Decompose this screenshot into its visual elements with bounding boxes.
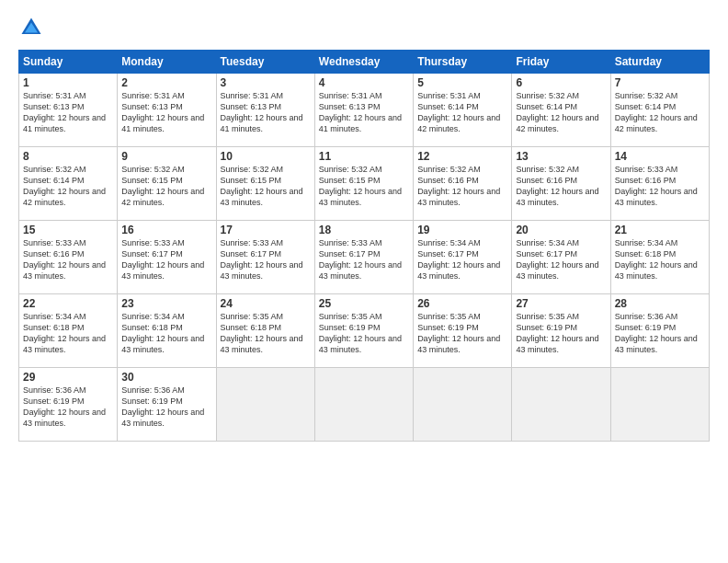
calendar-cell (216, 368, 314, 442)
calendar-cell: 3Sunrise: 5:31 AMSunset: 6:13 PMDaylight… (216, 74, 314, 147)
day-number: 12 (417, 150, 507, 163)
calendar-cell: 2Sunrise: 5:31 AMSunset: 6:13 PMDaylight… (118, 74, 216, 147)
cell-info: Sunrise: 5:36 AMSunset: 6:19 PMDaylight:… (23, 385, 106, 428)
calendar-cell: 16Sunrise: 5:33 AMSunset: 6:17 PMDayligh… (118, 221, 216, 294)
calendar-cell: 1Sunrise: 5:31 AMSunset: 6:13 PMDaylight… (19, 74, 118, 147)
day-header-saturday: Saturday (610, 51, 709, 74)
cell-info: Sunrise: 5:31 AMSunset: 6:13 PMDaylight:… (221, 91, 303, 133)
day-number: 10 (221, 150, 311, 163)
calendar-cell: 11Sunrise: 5:32 AMSunset: 6:15 PMDayligh… (314, 147, 413, 221)
day-number: 4 (319, 76, 409, 89)
cell-info: Sunrise: 5:32 AMSunset: 6:14 PMDaylight:… (615, 91, 698, 133)
day-header-friday: Friday (512, 51, 610, 74)
calendar-cell: 12Sunrise: 5:32 AMSunset: 6:16 PMDayligh… (414, 147, 512, 221)
calendar-cell (610, 368, 709, 442)
page: SundayMondayTuesdayWednesdayThursdayFrid… (0, 0, 728, 563)
day-number: 13 (516, 150, 606, 163)
cell-info: Sunrise: 5:32 AMSunset: 6:16 PMDaylight:… (417, 165, 500, 207)
calendar-cell: 17Sunrise: 5:33 AMSunset: 6:17 PMDayligh… (216, 221, 314, 294)
cell-info: Sunrise: 5:33 AMSunset: 6:16 PMDaylight:… (615, 165, 698, 207)
cell-info: Sunrise: 5:35 AMSunset: 6:19 PMDaylight:… (319, 312, 402, 354)
calendar-cell: 23Sunrise: 5:34 AMSunset: 6:18 PMDayligh… (118, 294, 216, 368)
cell-info: Sunrise: 5:35 AMSunset: 6:18 PMDaylight:… (221, 312, 303, 354)
cell-info: Sunrise: 5:31 AMSunset: 6:13 PMDaylight:… (23, 91, 106, 133)
calendar-cell (314, 368, 413, 442)
calendar-cell: 7Sunrise: 5:32 AMSunset: 6:14 PMDaylight… (610, 74, 709, 147)
day-number: 27 (516, 297, 606, 310)
calendar-cell: 24Sunrise: 5:35 AMSunset: 6:18 PMDayligh… (216, 294, 314, 368)
cell-info: Sunrise: 5:32 AMSunset: 6:15 PMDaylight:… (221, 165, 303, 207)
cell-info: Sunrise: 5:34 AMSunset: 6:18 PMDaylight:… (23, 312, 106, 354)
calendar-cell: 6Sunrise: 5:32 AMSunset: 6:14 PMDaylight… (512, 74, 610, 147)
day-number: 3 (221, 76, 311, 89)
day-number: 16 (121, 224, 211, 236)
cell-info: Sunrise: 5:33 AMSunset: 6:16 PMDaylight:… (23, 238, 106, 281)
cell-info: Sunrise: 5:33 AMSunset: 6:17 PMDaylight:… (319, 238, 402, 281)
cell-info: Sunrise: 5:31 AMSunset: 6:13 PMDaylight:… (121, 91, 204, 133)
calendar-cell: 20Sunrise: 5:34 AMSunset: 6:17 PMDayligh… (512, 221, 610, 294)
day-header-sunday: Sunday (19, 51, 118, 74)
cell-info: Sunrise: 5:32 AMSunset: 6:16 PMDaylight:… (516, 165, 598, 207)
day-number: 17 (221, 224, 311, 236)
calendar-cell: 25Sunrise: 5:35 AMSunset: 6:19 PMDayligh… (314, 294, 413, 368)
calendar-cell: 19Sunrise: 5:34 AMSunset: 6:17 PMDayligh… (414, 221, 512, 294)
day-number: 28 (615, 297, 705, 310)
day-number: 30 (121, 371, 211, 384)
calendar-cell: 21Sunrise: 5:34 AMSunset: 6:18 PMDayligh… (610, 221, 709, 294)
day-number: 14 (615, 150, 705, 163)
day-number: 21 (615, 224, 705, 236)
cell-info: Sunrise: 5:33 AMSunset: 6:17 PMDaylight:… (221, 238, 303, 281)
calendar-cell: 18Sunrise: 5:33 AMSunset: 6:17 PMDayligh… (314, 221, 413, 294)
calendar-cell: 10Sunrise: 5:32 AMSunset: 6:15 PMDayligh… (216, 147, 314, 221)
calendar-cell: 5Sunrise: 5:31 AMSunset: 6:14 PMDaylight… (414, 74, 512, 147)
cell-info: Sunrise: 5:35 AMSunset: 6:19 PMDaylight:… (417, 312, 500, 354)
day-header-wednesday: Wednesday (314, 51, 413, 74)
calendar-cell: 28Sunrise: 5:36 AMSunset: 6:19 PMDayligh… (610, 294, 709, 368)
calendar-cell: 26Sunrise: 5:35 AMSunset: 6:19 PMDayligh… (414, 294, 512, 368)
day-number: 26 (417, 297, 507, 310)
cell-info: Sunrise: 5:32 AMSunset: 6:15 PMDaylight:… (319, 165, 402, 207)
day-number: 23 (121, 297, 211, 310)
cell-info: Sunrise: 5:34 AMSunset: 6:17 PMDaylight:… (417, 238, 500, 281)
cell-info: Sunrise: 5:34 AMSunset: 6:18 PMDaylight:… (121, 312, 204, 354)
calendar-cell (512, 368, 610, 442)
calendar-week-1: 8Sunrise: 5:32 AMSunset: 6:14 PMDaylight… (19, 147, 710, 221)
calendar-cell: 13Sunrise: 5:32 AMSunset: 6:16 PMDayligh… (512, 147, 610, 221)
header (18, 15, 710, 40)
calendar-cell: 27Sunrise: 5:35 AMSunset: 6:19 PMDayligh… (512, 294, 610, 368)
day-number: 7 (615, 76, 705, 89)
calendar-cell: 8Sunrise: 5:32 AMSunset: 6:14 PMDaylight… (19, 147, 118, 221)
day-number: 24 (221, 297, 311, 310)
calendar-header-row: SundayMondayTuesdayWednesdayThursdayFrid… (19, 51, 710, 74)
day-header-tuesday: Tuesday (216, 51, 314, 74)
day-header-monday: Monday (118, 51, 216, 74)
calendar-cell: 29Sunrise: 5:36 AMSunset: 6:19 PMDayligh… (19, 368, 118, 442)
day-number: 6 (516, 76, 606, 89)
cell-info: Sunrise: 5:33 AMSunset: 6:17 PMDaylight:… (121, 238, 204, 281)
logo-icon (18, 15, 44, 40)
day-number: 22 (23, 297, 113, 310)
cell-info: Sunrise: 5:32 AMSunset: 6:14 PMDaylight:… (516, 91, 598, 133)
calendar-body: 1Sunrise: 5:31 AMSunset: 6:13 PMDaylight… (19, 74, 710, 442)
day-number: 5 (417, 76, 507, 89)
calendar-week-4: 29Sunrise: 5:36 AMSunset: 6:19 PMDayligh… (19, 368, 710, 442)
day-number: 20 (516, 224, 606, 236)
day-number: 2 (121, 76, 211, 89)
calendar-week-3: 22Sunrise: 5:34 AMSunset: 6:18 PMDayligh… (19, 294, 710, 368)
day-number: 1 (23, 76, 113, 89)
day-number: 19 (417, 224, 507, 236)
day-number: 11 (319, 150, 409, 163)
logo (18, 15, 48, 40)
day-header-thursday: Thursday (414, 51, 512, 74)
calendar-cell: 30Sunrise: 5:36 AMSunset: 6:19 PMDayligh… (118, 368, 216, 442)
cell-info: Sunrise: 5:34 AMSunset: 6:18 PMDaylight:… (615, 238, 698, 281)
calendar-table: SundayMondayTuesdayWednesdayThursdayFrid… (18, 50, 710, 442)
calendar-cell: 4Sunrise: 5:31 AMSunset: 6:13 PMDaylight… (314, 74, 413, 147)
cell-info: Sunrise: 5:36 AMSunset: 6:19 PMDaylight:… (615, 312, 698, 354)
day-number: 15 (23, 224, 113, 236)
cell-info: Sunrise: 5:32 AMSunset: 6:15 PMDaylight:… (121, 165, 204, 207)
calendar-week-2: 15Sunrise: 5:33 AMSunset: 6:16 PMDayligh… (19, 221, 710, 294)
cell-info: Sunrise: 5:36 AMSunset: 6:19 PMDaylight:… (121, 385, 204, 428)
calendar-cell: 22Sunrise: 5:34 AMSunset: 6:18 PMDayligh… (19, 294, 118, 368)
cell-info: Sunrise: 5:31 AMSunset: 6:13 PMDaylight:… (319, 91, 402, 133)
